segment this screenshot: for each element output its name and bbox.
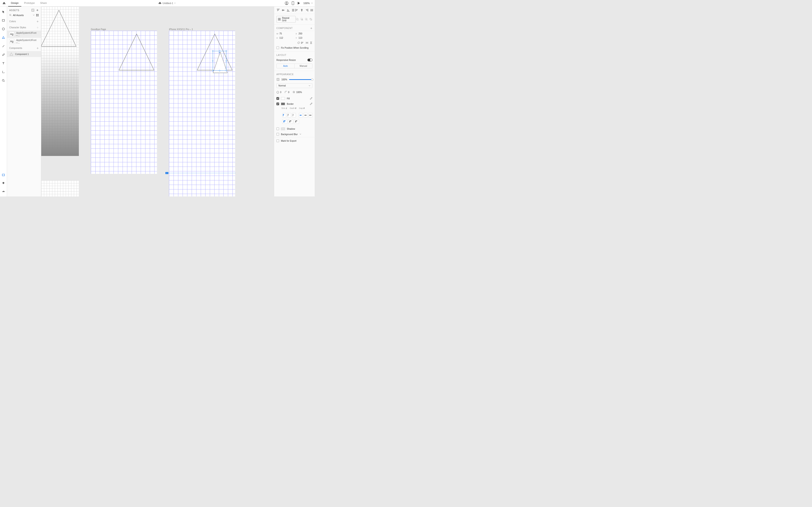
border-swatch[interactable] <box>281 103 285 105</box>
canvas[interactable]: Goodbye Page iPhone X/XS/11 Pro – 1 = <box>41 7 274 196</box>
assets-filter-dropdown[interactable]: All Assets <box>13 14 35 16</box>
document-title[interactable]: Untitled-1 <box>50 2 285 5</box>
plus-icon[interactable] <box>37 20 39 23</box>
eyedropper-icon[interactable] <box>310 103 312 105</box>
align-bottom-icon[interactable] <box>286 8 290 12</box>
flip-v-icon[interactable] <box>310 42 312 44</box>
bool-intersect-icon[interactable] <box>305 18 308 21</box>
plus-icon[interactable] <box>310 27 312 30</box>
align-hcenter-icon[interactable] <box>300 8 304 12</box>
selection-handle[interactable] <box>219 50 220 52</box>
select-tool[interactable] <box>1 9 6 14</box>
export-checkbox[interactable] <box>276 139 279 142</box>
align-vcenter-icon[interactable] <box>282 8 285 12</box>
zoom-control[interactable]: 100% <box>303 2 313 5</box>
bool-exclude-icon[interactable] <box>309 18 312 21</box>
component-item[interactable]: Component 1 <box>7 51 41 57</box>
selection-handle[interactable] <box>219 70 220 71</box>
blend-mode-dropdown[interactable]: Normal <box>276 83 312 88</box>
stroke-inner-icon[interactable] <box>282 113 286 117</box>
blur-checkbox[interactable] <box>276 133 279 135</box>
plus-icon[interactable] <box>37 26 39 29</box>
width-field[interactable]: W75 <box>276 33 293 35</box>
avatar-icon[interactable] <box>285 1 289 5</box>
stroke-outer-icon[interactable] <box>292 113 296 117</box>
shadow-checkbox[interactable] <box>276 127 279 130</box>
assets-panel-icon[interactable] <box>1 172 6 177</box>
cap-butt-icon[interactable] <box>299 113 303 117</box>
star-ratio-field[interactable]: 100% <box>293 91 302 94</box>
artboard-label[interactable]: Goodbye Page <box>91 28 106 31</box>
distribute-v-icon[interactable] <box>291 8 295 12</box>
join-bevel-icon[interactable] <box>294 119 299 124</box>
tab-share[interactable]: Share <box>37 0 49 7</box>
grid-view-icon[interactable] <box>36 14 39 16</box>
align-top-icon[interactable] <box>276 8 280 12</box>
tab-design[interactable]: Design <box>8 0 21 7</box>
fill-checkbox[interactable] <box>276 97 279 100</box>
character-style-item[interactable]: Ag .AppleSystemUIFont —... <box>7 38 41 45</box>
repeat-grid-button[interactable]: Repeat Grid <box>276 16 296 23</box>
y-field[interactable]: Y113 <box>296 37 313 39</box>
play-icon[interactable] <box>298 2 300 5</box>
bool-subtract-icon[interactable] <box>300 18 303 21</box>
pen-tool[interactable] <box>1 52 6 57</box>
shadow-swatch[interactable] <box>281 127 285 130</box>
align-right-icon[interactable] <box>305 8 309 12</box>
ellipse-tool[interactable] <box>1 26 6 32</box>
plus-icon[interactable] <box>36 9 39 11</box>
home-icon[interactable] <box>2 1 6 5</box>
library-link-icon[interactable] <box>32 9 34 11</box>
join-miter-icon[interactable] <box>282 119 287 124</box>
artboard-label[interactable]: iPhone X/XS/11 Pro – 1 <box>169 28 193 31</box>
selection-handle[interactable] <box>226 70 227 71</box>
text-tool[interactable] <box>1 61 6 66</box>
corner-radius-field[interactable]: 0 <box>285 91 290 94</box>
triangle-shape[interactable] <box>91 31 157 76</box>
selection-handle[interactable] <box>212 70 213 71</box>
layout-manual-tab[interactable]: Manual <box>294 64 312 68</box>
cap-square-icon[interactable] <box>309 113 312 117</box>
x-field[interactable]: X250 <box>296 33 313 35</box>
chevron-down-icon <box>309 85 310 87</box>
selection-center[interactable] <box>219 52 220 53</box>
align-left-icon[interactable] <box>295 8 299 12</box>
eyedropper-icon[interactable] <box>310 97 312 100</box>
polygon-sides-field[interactable]: 3 <box>276 91 282 94</box>
artboard-tool[interactable] <box>1 69 6 74</box>
character-style-item[interactable]: Ag .AppleSystemUIFont —... <box>7 31 41 38</box>
plugins-panel-icon[interactable] <box>1 189 6 194</box>
stroke-center-icon[interactable] <box>287 113 291 117</box>
opacity-slider[interactable] <box>289 79 312 80</box>
cap-round-icon[interactable] <box>304 113 307 117</box>
fill-swatch[interactable] <box>281 97 285 100</box>
device-icon[interactable] <box>292 1 294 5</box>
selection-handle[interactable] <box>212 60 213 62</box>
star-icon <box>293 91 295 94</box>
layers-panel-icon[interactable] <box>1 181 6 186</box>
selection-handle[interactable] <box>212 50 213 52</box>
flip-h-icon[interactable] <box>306 42 308 44</box>
tab-prototype[interactable]: Prototype <box>21 0 37 7</box>
selection-box[interactable] <box>213 51 226 71</box>
polygon-tool[interactable] <box>1 35 6 40</box>
distribute-h-icon[interactable] <box>310 8 314 12</box>
border-checkbox[interactable] <box>276 103 279 105</box>
artboard-goodbye[interactable] <box>91 31 157 174</box>
layout-auto-tab[interactable]: Auto <box>276 64 294 68</box>
responsive-toggle[interactable] <box>307 59 312 61</box>
fix-position-checkbox[interactable] <box>276 46 279 49</box>
svg-rect-23 <box>301 19 303 20</box>
join-round-icon[interactable] <box>288 119 293 124</box>
plus-icon[interactable] <box>37 47 39 49</box>
triangle-shape[interactable] <box>41 7 79 47</box>
line-tool[interactable] <box>1 44 6 49</box>
zoom-tool[interactable] <box>1 78 6 83</box>
rotation-field[interactable]: 0° <box>297 42 303 44</box>
chevron-down-icon[interactable] <box>300 133 301 135</box>
height-field[interactable]: H112 <box>276 37 293 39</box>
selection-handle[interactable] <box>226 50 227 52</box>
rectangle-tool[interactable] <box>1 18 6 23</box>
bool-union-icon[interactable] <box>296 18 299 21</box>
selection-handle[interactable] <box>226 60 227 62</box>
